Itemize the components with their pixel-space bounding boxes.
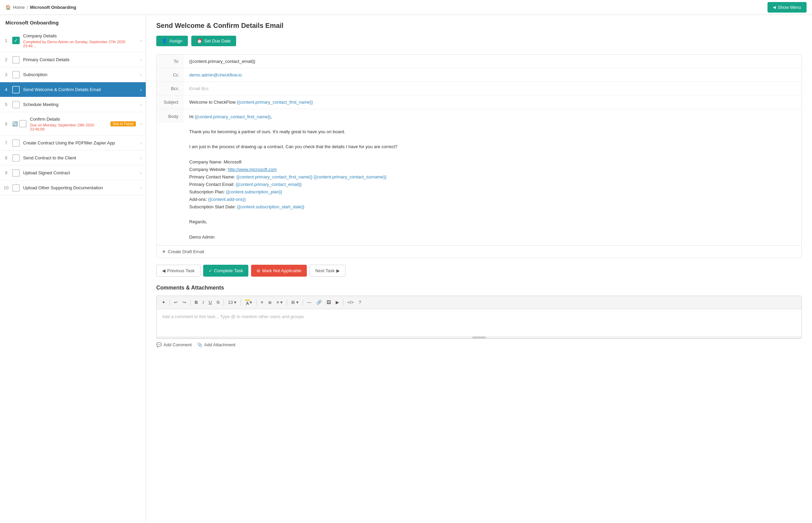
next-task-button[interactable]: Next Task ▶ (310, 265, 346, 277)
email-bcc-row: Bcc Email Bcc (157, 82, 801, 95)
add-comment-button[interactable]: 💬 Add Comment (156, 342, 192, 347)
complete-task-button[interactable]: ✓ Complete Task (203, 265, 249, 277)
task-item[interactable]: 9Upload Signed Contract› (0, 165, 146, 180)
top-bar: 🏠 Home / Microsoft Onboarding Show Menu (0, 0, 812, 15)
task-content: Upload Signed Contract (23, 166, 136, 180)
task-checkbox[interactable] (12, 56, 20, 64)
assign-label: Assign (169, 38, 182, 43)
task-number: 2 (0, 52, 12, 67)
task-checkbox[interactable] (19, 120, 27, 127)
check-icon: ✓ (209, 268, 212, 273)
body-label: Body (157, 109, 184, 123)
add-attachment-button[interactable]: 📎 Add Attachment (197, 342, 235, 347)
bullet-list-btn[interactable]: ≡ (259, 299, 265, 306)
create-draft-label: Create Draft Email (168, 249, 204, 254)
previous-task-button[interactable]: ◀ Previous Task (156, 265, 200, 277)
italic-btn[interactable]: I (201, 299, 206, 306)
code-btn[interactable]: </> (346, 299, 356, 306)
mark-not-applicable-button[interactable]: ⊘ Mark Not Applicable (251, 265, 307, 277)
body-value[interactable]: Hi {{content.primary_contact_first_name}… (184, 109, 801, 245)
to-label: To (157, 55, 184, 68)
task-checkbox[interactable] (12, 71, 20, 79)
set-due-date-label: Set Due Date (204, 38, 231, 43)
task-checkbox[interactable] (12, 154, 20, 162)
task-number: 8 (0, 151, 12, 165)
hr-btn[interactable]: — (305, 299, 313, 306)
task-number: 10 (0, 180, 12, 195)
subject-value[interactable]: Welcome to CheckFlow {{content.primary_c… (184, 95, 801, 109)
email-subject-row: Subject Welcome to CheckFlow {{content.p… (157, 95, 801, 109)
task-content: Confirm DetailsDue on Monday, September … (30, 112, 108, 135)
editor-toolbar: ✦ ↩ ↪ B I U S 13 ▾ A ▾ ≡ (157, 296, 801, 309)
underline-btn[interactable]: U (207, 299, 213, 306)
strikethrough-btn[interactable]: S (215, 299, 221, 306)
email-cc-row: Cc demo.admin@checkflow.io (157, 68, 801, 82)
task-name: Upload Other Supporting Documentation (23, 185, 133, 191)
task-item[interactable]: 5Schedule Meeting› (0, 97, 146, 112)
create-draft-button[interactable]: ✈ Create Draft Email (157, 245, 801, 258)
task-name: Confirm Details (30, 116, 105, 122)
task-item[interactable]: 2Primary Contact Details› (0, 52, 146, 67)
task-name: Schedule Meeting (23, 102, 133, 108)
show-menu-button[interactable]: Show Menu (767, 2, 807, 13)
cc-label: Cc (157, 68, 184, 82)
undo-btn[interactable]: ↩ (172, 299, 179, 306)
image-btn[interactable]: 🖼 (325, 299, 333, 306)
comments-title: Comments & Attachments (156, 285, 802, 291)
task-checkbox[interactable] (12, 86, 20, 93)
video-btn[interactable]: ▶ (334, 299, 341, 306)
add-attachment-label: Add Attachment (204, 342, 235, 347)
action-buttons: 👤 Assign ⏰ Set Due Date (156, 36, 802, 46)
task-chevron-icon: › (136, 155, 146, 161)
set-due-date-button[interactable]: ⏰ Set Due Date (191, 36, 236, 46)
font-size-btn[interactable]: 13 ▾ (226, 299, 238, 306)
toolbar-sep-1 (170, 299, 170, 306)
editor-container: ✦ ↩ ↪ B I U S 13 ▾ A ▾ ≡ (156, 296, 802, 339)
task-item[interactable]: 1✓Company DetailsCompleted by Demo Admin… (0, 29, 146, 52)
link-btn[interactable]: 🔗 (315, 299, 323, 306)
task-content: Subscription (23, 68, 136, 82)
send-icon: ✈ (162, 249, 166, 254)
task-chevron-icon: › (136, 140, 146, 146)
sidebar: Microsoft Onboarding 1✓Company DetailsCo… (0, 15, 146, 523)
task-name: Send Contract to the Client (23, 155, 133, 161)
comment-editor[interactable]: Add a comment to this task... Type @ to … (157, 309, 801, 336)
task-item[interactable]: 6🔄Confirm DetailsDue on Monday, Septembe… (0, 112, 146, 136)
task-name: Create Contract Using the PDFfiller Zapi… (23, 140, 133, 146)
toolbar-sep-8 (343, 299, 343, 306)
task-item[interactable]: 8Send Contract to the Client› (0, 151, 146, 165)
task-chevron-icon: › (136, 38, 146, 43)
magic-toolbar-btn[interactable]: ✦ (160, 299, 167, 306)
task-checkbox[interactable]: ✓ (12, 37, 20, 44)
home-link[interactable]: Home (13, 5, 25, 10)
prev-icon: ◀ (162, 268, 165, 273)
toolbar-sep-6 (287, 299, 287, 306)
numbered-list-btn[interactable]: ≣ (266, 299, 273, 306)
cc-value[interactable]: demo.admin@checkflow.io (184, 68, 801, 82)
task-number: 3 (0, 67, 12, 82)
table-btn[interactable]: ⊞ ▾ (289, 299, 300, 306)
assign-button[interactable]: 👤 Assign (156, 36, 188, 46)
task-item[interactable]: 7Create Contract Using the PDFfiller Zap… (0, 136, 146, 151)
toolbar-sep-2 (190, 299, 191, 306)
to-value[interactable]: {{content.primary_contact_email}} (184, 55, 801, 68)
task-item[interactable]: 4Send Welcome & Confirm Details Email‹ (0, 82, 146, 97)
task-item[interactable]: 3Subscription› (0, 67, 146, 82)
task-checkbox[interactable] (12, 169, 20, 177)
task-checkbox[interactable] (12, 139, 20, 147)
task-sub: Completed by Demo Admin on Sunday, Septe… (23, 40, 133, 48)
help-btn[interactable]: ? (357, 299, 363, 306)
task-item[interactable]: 10Upload Other Supporting Documentation› (0, 180, 146, 195)
bold-btn[interactable]: B (193, 299, 199, 306)
task-checkbox[interactable] (12, 184, 20, 192)
complete-label: Complete Task (214, 268, 243, 273)
clock-icon: ⏰ (197, 38, 202, 43)
task-checkbox[interactable] (12, 101, 20, 108)
breadcrumb: 🏠 Home / Microsoft Onboarding (5, 5, 76, 10)
task-name: Primary Contact Details (23, 57, 133, 63)
bcc-value[interactable]: Email Bcc (184, 82, 801, 95)
font-color-btn[interactable]: A ▾ (243, 298, 254, 307)
redo-btn[interactable]: ↪ (181, 299, 188, 306)
clock-icon: 🔄 (12, 121, 18, 126)
align-btn[interactable]: ≡ ▾ (275, 299, 284, 306)
